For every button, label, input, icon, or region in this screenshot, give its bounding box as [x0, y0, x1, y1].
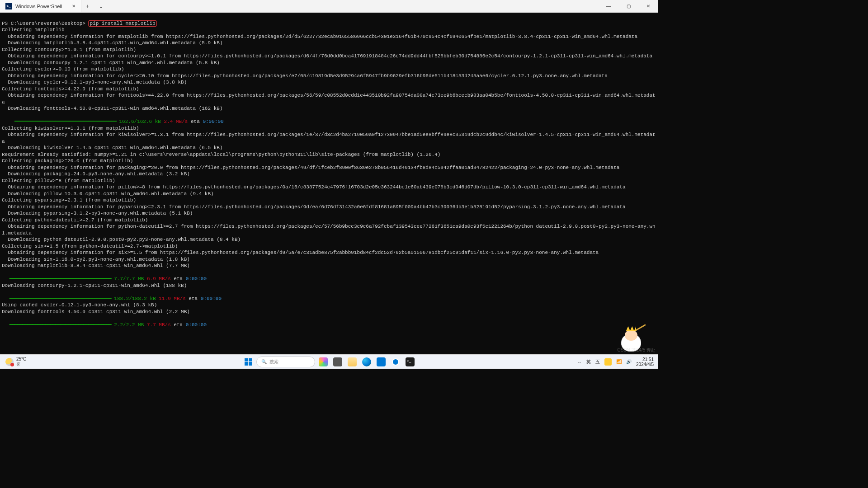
taskview-button[interactable]: [331, 357, 344, 367]
start-button[interactable]: [242, 357, 255, 367]
progress-bar: ━━━━━━━━━━━━━━━━━━━━━━━━━━━━━━━━━━━━━━━━: [2, 296, 111, 301]
progress-speed: 11.9 MB/s: [156, 296, 186, 301]
terminal-line: Collecting six>=1.5 (from python-dateuti…: [2, 244, 178, 249]
search-placeholder: 搜索: [269, 359, 278, 365]
tab-powershell[interactable]: >_ Windows PowerShell ✕: [0, 0, 81, 12]
window-controls: — ▢ ✕: [599, 0, 658, 12]
tray-app-icon[interactable]: [604, 358, 612, 366]
volume-icon[interactable]: 🔊: [626, 359, 632, 364]
weather-widget[interactable]: 25°C 雾: [0, 357, 26, 367]
progress-eta-label: eta: [171, 276, 186, 282]
clock-date: 2024/4/5: [636, 362, 654, 367]
weather-icon: [5, 358, 14, 366]
search-icon: 🔍: [261, 359, 267, 364]
progress-speed: 7.7 MB/s: [144, 322, 170, 328]
progress-eta-label: eta: [186, 296, 201, 301]
terminal-line: Collecting contourpy>=1.0.1 (from matplo…: [2, 47, 136, 52]
terminal-line: Downloading python_dateutil-2.9.0.post0-…: [2, 237, 241, 242]
weather-temp: 25°C: [16, 357, 26, 361]
watermark: CSDN 2024/5 奔赴: [618, 347, 656, 353]
terminal-line: Collecting kiwisolver>=1.3.1 (from matpl…: [2, 126, 139, 131]
progress-eta-label: eta: [188, 119, 203, 124]
terminal-line: Downloading pyparsing-3.1.2-py3-none-any…: [2, 211, 193, 216]
terminal-line: Obtaining dependency information for cyc…: [2, 73, 608, 79]
new-tab-button[interactable]: +: [81, 0, 94, 12]
tab-dropdown-button[interactable]: ⌄: [94, 0, 108, 12]
terminal-line: Downloading matplotlib-3.8.4-cp311-cp311…: [2, 40, 222, 46]
tray-chevron[interactable]: ︿: [577, 359, 582, 365]
terminal-line: Obtaining dependency information for pil…: [2, 184, 626, 190]
folder-icon: [348, 357, 357, 366]
terminal-icon: [406, 357, 415, 366]
clock-time: 21:51: [636, 357, 654, 362]
tab-title: Windows PowerShell: [15, 4, 62, 9]
terminal-line: Downloading fonttools-4.50.0-cp311-cp311…: [2, 106, 222, 111]
ime-lang[interactable]: 英: [586, 359, 591, 365]
taskbar: 25°C 雾 🔍 搜索 ︿ 英 五 📶 🔊 21:51 2024/4/5: [0, 354, 658, 369]
terminal-line: Downloading cycler-0.12.1-py3-none-any.w…: [2, 80, 187, 85]
terminal-line: Downloading matplotlib-3.8.4-cp311-cp311…: [2, 263, 190, 268]
tab-close-button[interactable]: ✕: [72, 4, 75, 9]
terminal-line: Collecting fonttools>=4.22.0 (from matpl…: [2, 86, 139, 92]
terminal-line: Downloading kiwisolver-1.4.5-cp311-cp311…: [2, 145, 222, 150]
store-button[interactable]: [375, 357, 387, 367]
terminal-output[interactable]: PS C:\Users\reverse\Desktop> pip install…: [0, 13, 658, 329]
terminal-line: Obtaining dependency information for six…: [2, 250, 599, 255]
clock[interactable]: 21:51 2024/4/5: [636, 357, 654, 367]
terminal-line: Collecting matplotlib: [2, 27, 65, 33]
progress-eta: 0:00:00: [203, 119, 223, 124]
edge-button[interactable]: [360, 357, 373, 367]
terminal-line: Downloading pillow-10.3.0-cp311-cp311-wi…: [2, 191, 214, 197]
progress-size: 7.7/7.7 MB: [111, 276, 144, 282]
progress-bar: ━━━━━━━━━━━━━━━━━━━━━━━━━━━━━━━━━━━━━━━━: [2, 322, 111, 328]
prompt: PS C:\Users\reverse\Desktop>: [2, 21, 85, 26]
terminal-line: Collecting pyparsing>=2.3.1 (from matplo…: [2, 197, 136, 203]
terminal-line: Requirement already satisfied: numpy>=1.…: [2, 152, 440, 157]
search-box[interactable]: 🔍 搜索: [256, 357, 315, 367]
terminal-line: Obtaining dependency information for pac…: [2, 165, 619, 170]
titlebar: >_ Windows PowerShell ✕ + ⌄ — ▢ ✕: [0, 0, 658, 13]
weather-cond: 雾: [16, 361, 26, 367]
terminal-line: Downloading contourpy-1.2.1-cp311-cp311-…: [2, 283, 187, 288]
terminal-line: Obtaining dependency information for con…: [2, 53, 652, 59]
progress-bar: ━━━━━━━━━━━━━━━━━━━━━━━━━━━━━━━━━━━━━━━━: [2, 119, 116, 124]
progress-eta: 0:00:00: [186, 322, 207, 328]
crown-icon: [626, 326, 636, 331]
terminal-line: Collecting cycler>=0.10 (from matplotlib…: [2, 66, 124, 72]
network-icon[interactable]: 📶: [616, 359, 622, 364]
powershell-icon: >_: [5, 3, 12, 9]
progress-eta: 0:00:00: [186, 276, 207, 282]
terminal-line: Downloading fonttools-4.50.0-cp311-cp311…: [2, 309, 190, 314]
copilot-button[interactable]: [317, 357, 330, 367]
terminal-line: Downloading six-1.16.0-py2.py3-none-any.…: [2, 257, 190, 262]
terminal-line: Collecting python-dateutil>=2.7 (from ma…: [2, 217, 148, 223]
mascot-face: [625, 330, 637, 341]
progress-speed: 6.9 MB/s: [144, 276, 170, 282]
circle-icon: [392, 358, 399, 366]
weather-text: 25°C 雾: [16, 357, 26, 367]
progress-speed: 2.4 MB/s: [161, 119, 188, 124]
terminal-line: Obtaining dependency information for fon…: [2, 93, 656, 105]
windows-logo-icon: [245, 358, 252, 366]
progress-size: 162.6/162.6 kB: [116, 119, 161, 124]
taskbar-center: 🔍 搜索: [242, 357, 416, 367]
terminal-line: Downloading contourpy-1.2.1-cp311-cp311-…: [2, 60, 220, 66]
maximize-button[interactable]: ▢: [618, 0, 638, 12]
terminal-line: Obtaining dependency information for kiw…: [2, 132, 656, 144]
edge-icon: [362, 357, 371, 366]
explorer-button[interactable]: [346, 357, 359, 367]
minimize-button[interactable]: —: [599, 0, 618, 12]
ime-input[interactable]: 五: [595, 359, 600, 365]
store-icon: [377, 357, 386, 366]
terminal-button[interactable]: [404, 357, 416, 367]
cortana-button[interactable]: [389, 357, 402, 367]
terminal-line: Obtaining dependency information for pyp…: [2, 204, 626, 210]
terminal-line: Obtaining dependency information for pyt…: [2, 224, 656, 236]
terminal-line: Collecting pillow>=8 (from matplotlib): [2, 178, 115, 183]
progress-eta: 0:00:00: [201, 296, 222, 301]
progress-size: 188.2/188.2 kB: [111, 296, 156, 301]
close-button[interactable]: ✕: [638, 0, 658, 12]
terminal-line: Collecting packaging>=20.0 (from matplot…: [2, 158, 133, 164]
terminal-line: Obtaining dependency information for mat…: [2, 34, 637, 39]
system-tray: ︿ 英 五 📶 🔊 21:51 2024/4/5: [577, 357, 658, 367]
